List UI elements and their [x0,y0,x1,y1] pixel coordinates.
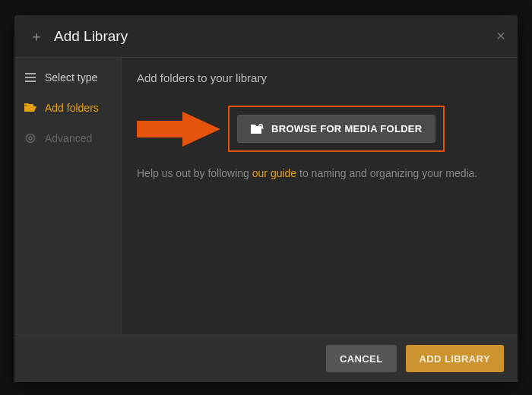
help-text-post: to naming and organizing your media. [296,167,477,179]
browse-row: BROWSE FOR MEDIA FOLDER [137,106,502,152]
our-guide-link[interactable]: our guide [252,167,296,179]
sidebar-item-select-type[interactable]: Select type [14,62,121,93]
add-library-button[interactable]: ADD LIBRARY [406,345,504,372]
close-icon[interactable]: × [496,27,505,45]
content-pane: Add folders to your library [122,58,518,334]
sidebar: Select type Add folders Advanced [14,58,122,334]
svg-marker-5 [137,112,220,147]
sidebar-item-advanced[interactable]: Advanced [14,123,121,153]
browse-button-label: BROWSE FOR MEDIA FOLDER [271,123,423,134]
plus-icon: ＋ [30,27,43,46]
cancel-button[interactable]: CANCEL [326,345,397,372]
help-text: Help us out by following our guide to na… [137,167,502,179]
svg-point-4 [29,137,32,140]
sidebar-item-label: Add folders [45,102,99,114]
svg-line-7 [262,127,264,128]
sidebar-item-add-folders[interactable]: Add folders [14,93,121,123]
modal-title: Add Library [54,28,128,45]
sidebar-item-label: Advanced [45,132,92,144]
sidebar-item-label: Select type [45,71,97,84]
add-library-modal: ＋ Add Library × Select type Add folders [14,15,518,382]
help-text-pre: Help us out by following [137,167,252,179]
modal-body: Select type Add folders Advanced Add fol… [14,58,518,334]
folder-open-icon [24,103,37,112]
folder-search-icon [250,124,264,134]
browse-highlight-box: BROWSE FOR MEDIA FOLDER [228,106,445,152]
callout-arrow-icon [137,112,228,147]
gear-icon [24,133,37,144]
browse-for-media-folder-button[interactable]: BROWSE FOR MEDIA FOLDER [237,115,435,143]
list-icon [24,73,37,82]
modal-footer: CANCEL ADD LIBRARY [14,334,518,382]
content-heading: Add folders to your library [137,71,502,84]
modal-header: ＋ Add Library × [14,15,518,58]
svg-point-3 [27,134,35,143]
